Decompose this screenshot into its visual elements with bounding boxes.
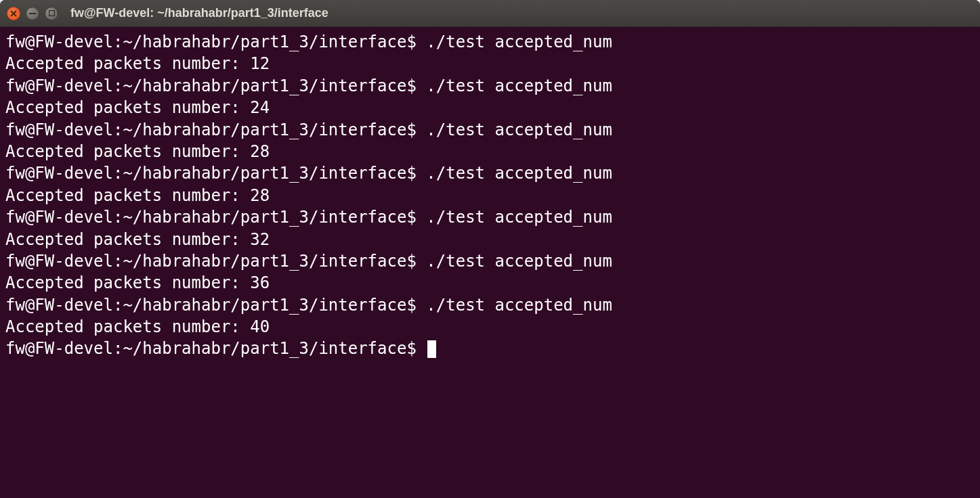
cursor [427, 340, 436, 358]
output-line: Accepted packets number: 12 [5, 53, 975, 74]
prompt-line: fw@FW-devel:~/habrahabr/part1_3/interfac… [5, 338, 975, 359]
output-line: Accepted packets number: 28 [5, 185, 975, 206]
close-icon [10, 10, 17, 17]
output-label: Accepted packets number: [5, 230, 240, 249]
prompt-text: fw@FW-devel:~/habrahabr/part1_3/interfac… [5, 120, 417, 139]
prompt-line: fw@FW-devel:~/habrahabr/part1_3/interfac… [5, 75, 975, 97]
minimize-icon [29, 13, 36, 14]
prompt-text: fw@FW-devel:~/habrahabr/part1_3/interfac… [5, 208, 417, 227]
command-text: ./test accepted_num [426, 76, 612, 95]
output-value: 12 [250, 54, 270, 73]
prompt-text: fw@FW-devel:~/habrahabr/part1_3/interfac… [5, 32, 417, 51]
prompt-text: fw@FW-devel:~/habrahabr/part1_3/interfac… [5, 339, 417, 358]
output-line: Accepted packets number: 40 [5, 316, 975, 338]
output-label: Accepted packets number: [5, 273, 240, 292]
output-value: 40 [250, 317, 270, 336]
svg-rect-2 [29, 13, 36, 14]
prompt-text: fw@FW-devel:~/habrahabr/part1_3/interfac… [5, 76, 417, 95]
prompt-text: fw@FW-devel:~/habrahabr/part1_3/interfac… [5, 164, 417, 183]
prompt-text: fw@FW-devel:~/habrahabr/part1_3/interfac… [5, 296, 417, 315]
window-controls [7, 7, 58, 20]
output-value: 28 [250, 142, 270, 161]
output-label: Accepted packets number: [5, 186, 240, 205]
output-line: Accepted packets number: 28 [5, 141, 975, 162]
terminal-content[interactable]: fw@FW-devel:~/habrahabr/part1_3/interfac… [0, 27, 980, 498]
terminal-window: fw@FW-devel: ~/habrahabr/part1_3/interfa… [0, 0, 980, 498]
prompt-line: fw@FW-devel:~/habrahabr/part1_3/interfac… [5, 206, 975, 228]
output-label: Accepted packets number: [5, 142, 240, 161]
output-label: Accepted packets number: [5, 317, 240, 336]
command-text: ./test accepted_num [426, 296, 612, 315]
command-text: ./test accepted_num [426, 208, 612, 227]
output-value: 28 [250, 186, 270, 205]
prompt-line: fw@FW-devel:~/habrahabr/part1_3/interfac… [5, 250, 975, 272]
prompt-line: fw@FW-devel:~/habrahabr/part1_3/interfac… [5, 294, 975, 316]
command-text: ./test accepted_num [426, 120, 612, 139]
output-line: Accepted packets number: 36 [5, 272, 975, 294]
output-line: Accepted packets number: 24 [5, 97, 975, 118]
svg-rect-3 [49, 11, 54, 16]
output-label: Accepted packets number: [5, 54, 240, 73]
command-text: ./test accepted_num [426, 252, 612, 271]
window-title: fw@FW-devel: ~/habrahabr/part1_3/interfa… [70, 6, 328, 20]
output-line: Accepted packets number: 32 [5, 229, 975, 250]
title-bar: fw@FW-devel: ~/habrahabr/part1_3/interfa… [0, 0, 980, 27]
output-label: Accepted packets number: [5, 98, 240, 117]
output-value: 24 [250, 98, 270, 117]
maximize-icon [49, 10, 55, 16]
output-value: 32 [250, 230, 270, 249]
prompt-line: fw@FW-devel:~/habrahabr/part1_3/interfac… [5, 162, 975, 184]
minimize-button[interactable] [26, 7, 39, 20]
prompt-line: fw@FW-devel:~/habrahabr/part1_3/interfac… [5, 31, 975, 53]
output-value: 36 [250, 273, 270, 292]
maximize-button[interactable] [45, 7, 58, 20]
close-button[interactable] [7, 7, 20, 20]
prompt-line: fw@FW-devel:~/habrahabr/part1_3/interfac… [5, 119, 975, 141]
command-text: ./test accepted_num [426, 32, 612, 51]
prompt-text: fw@FW-devel:~/habrahabr/part1_3/interfac… [5, 252, 417, 271]
command-text: ./test accepted_num [426, 164, 612, 183]
